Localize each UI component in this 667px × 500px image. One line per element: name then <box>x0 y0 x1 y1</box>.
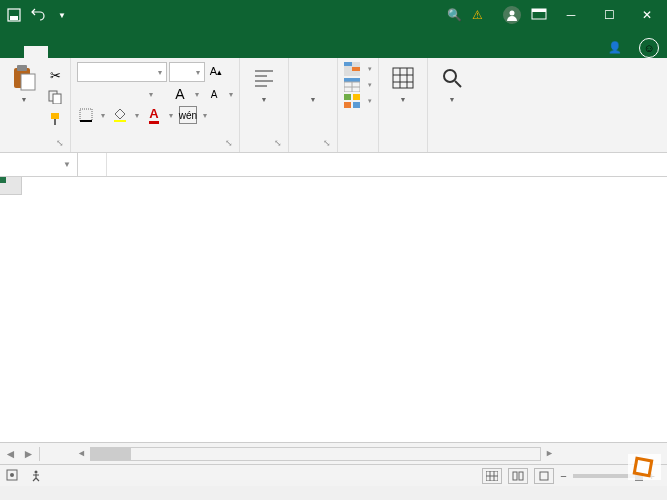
format-painter-icon[interactable] <box>46 110 64 128</box>
sheet-tab-bar: ◄ ► ◄► <box>0 442 667 464</box>
qat-dropdown-icon[interactable]: ▼ <box>54 7 70 23</box>
cut-icon[interactable]: ✂ <box>46 66 64 84</box>
bold-button[interactable] <box>77 85 95 103</box>
editing-button[interactable]: ▼ <box>434 62 470 105</box>
svg-rect-45 <box>519 472 523 480</box>
group-clipboard: ▼ ✂ ⤡ <box>0 58 71 152</box>
group-font: ▾ ▾ A▴ ▾ A ▾ A ▾ ▾ <box>71 58 240 152</box>
font-label <box>77 149 233 150</box>
group-alignment: ▼ ⤡ <box>240 58 289 152</box>
font-size-small-icon[interactable]: A <box>205 85 223 103</box>
alignment-launcher-icon[interactable]: ⤡ <box>274 138 286 150</box>
tab-review[interactable] <box>144 46 168 58</box>
font-name-combo[interactable]: ▾ <box>77 62 167 82</box>
svg-rect-6 <box>17 65 27 71</box>
zoom-out-icon[interactable]: − <box>560 470 566 482</box>
ribbon-tabs: 👤 ☺ <box>0 30 667 58</box>
search-icon[interactable]: 🔍 <box>447 8 462 22</box>
font-size-combo[interactable]: ▾ <box>169 62 205 82</box>
title-bar: ▼ 🔍 ⚠ ─ ☐ ✕ <box>0 0 667 30</box>
tab-data[interactable] <box>120 46 144 58</box>
svg-point-2 <box>510 11 515 16</box>
svg-rect-1 <box>10 16 18 20</box>
svg-rect-21 <box>352 67 360 71</box>
conditional-format-button[interactable]: ▾ <box>344 62 372 76</box>
scrollbar-thumb[interactable] <box>91 448 131 460</box>
tab-home[interactable] <box>24 46 48 58</box>
close-button[interactable]: ✕ <box>633 5 661 25</box>
cells-button[interactable]: ▼ <box>385 62 421 105</box>
percent-icon <box>299 64 327 92</box>
number-button[interactable]: ▼ <box>295 62 331 105</box>
normal-view-icon[interactable] <box>482 468 502 484</box>
copy-icon[interactable] <box>46 88 64 106</box>
tab-file[interactable] <box>0 46 24 58</box>
cell-styles-button[interactable]: ▾ <box>344 94 372 108</box>
increase-font-icon[interactable]: A▴ <box>207 62 225 80</box>
user-avatar-icon[interactable] <box>503 6 521 24</box>
tab-formulas[interactable] <box>96 46 120 58</box>
svg-rect-10 <box>51 113 59 119</box>
sheet-nav-prev-icon[interactable]: ◄ <box>5 447 17 461</box>
tab-help[interactable] <box>216 46 240 58</box>
maximize-button[interactable]: ☐ <box>595 5 623 25</box>
svg-rect-30 <box>393 68 413 88</box>
clipboard-launcher-icon[interactable]: ⤡ <box>56 138 68 150</box>
formula-input[interactable] <box>107 153 667 176</box>
share-button[interactable]: 👤 <box>600 37 633 58</box>
ribbon: ▼ ✂ ⤡ ▾ ▾ A▴ ▾ <box>0 58 667 153</box>
font-launcher-icon[interactable]: ⤡ <box>225 138 237 150</box>
phonetic-icon[interactable]: wén <box>179 106 197 124</box>
font-size-large-icon[interactable]: A <box>171 85 189 103</box>
record-macro-icon[interactable] <box>6 469 18 483</box>
group-number: ▼ ⤡ <box>289 58 338 152</box>
svg-rect-7 <box>21 74 35 90</box>
svg-point-35 <box>444 70 456 82</box>
find-icon <box>438 64 466 92</box>
page-layout-view-icon[interactable] <box>508 468 528 484</box>
svg-rect-20 <box>344 62 352 66</box>
status-bar: − + <box>0 464 667 486</box>
svg-rect-4 <box>532 9 546 12</box>
paste-button[interactable]: ▼ <box>6 62 42 105</box>
office-logo-icon <box>632 456 654 478</box>
svg-rect-12 <box>80 109 92 121</box>
table-format-button[interactable]: ▾ <box>344 78 372 92</box>
minimize-button[interactable]: ─ <box>557 5 585 25</box>
italic-button[interactable] <box>101 85 119 103</box>
tab-view[interactable] <box>168 46 192 58</box>
cells-icon <box>389 64 417 92</box>
watermark <box>628 454 661 480</box>
accessibility-status[interactable] <box>30 470 46 482</box>
underline-button[interactable] <box>125 85 143 103</box>
svg-point-38 <box>10 473 14 477</box>
feedback-icon[interactable]: ☺ <box>639 38 659 58</box>
tab-developer[interactable] <box>192 46 216 58</box>
tab-page-layout[interactable] <box>72 46 96 58</box>
font-color-icon[interactable]: A <box>145 106 163 124</box>
name-box[interactable]: ▼ <box>0 153 78 176</box>
horizontal-scrollbar[interactable]: ◄► <box>90 447 541 461</box>
ribbon-display-icon[interactable] <box>531 8 547 23</box>
scroll-left-icon[interactable]: ◄ <box>77 448 86 458</box>
svg-rect-46 <box>540 472 548 480</box>
fill-color-icon[interactable] <box>111 106 129 124</box>
borders-icon[interactable] <box>77 106 95 124</box>
scroll-right-icon[interactable]: ► <box>545 448 554 458</box>
warning-icon: ⚠ <box>472 8 483 22</box>
styles-label <box>344 149 372 150</box>
undo-icon[interactable] <box>30 7 46 23</box>
svg-rect-27 <box>353 94 360 100</box>
worksheet-grid[interactable] <box>0 177 667 442</box>
save-icon[interactable] <box>6 7 22 23</box>
alignment-button[interactable]: ▼ <box>246 62 282 105</box>
svg-rect-9 <box>53 94 61 104</box>
formula-bar: ▼ <box>0 153 667 177</box>
page-break-view-icon[interactable] <box>534 468 554 484</box>
number-launcher-icon[interactable]: ⤡ <box>323 138 335 150</box>
group-editing: ▼ <box>428 58 476 152</box>
tab-insert[interactable] <box>48 46 72 58</box>
svg-rect-11 <box>54 119 56 125</box>
sheet-nav-next-icon[interactable]: ► <box>23 447 35 461</box>
svg-rect-14 <box>114 120 126 122</box>
